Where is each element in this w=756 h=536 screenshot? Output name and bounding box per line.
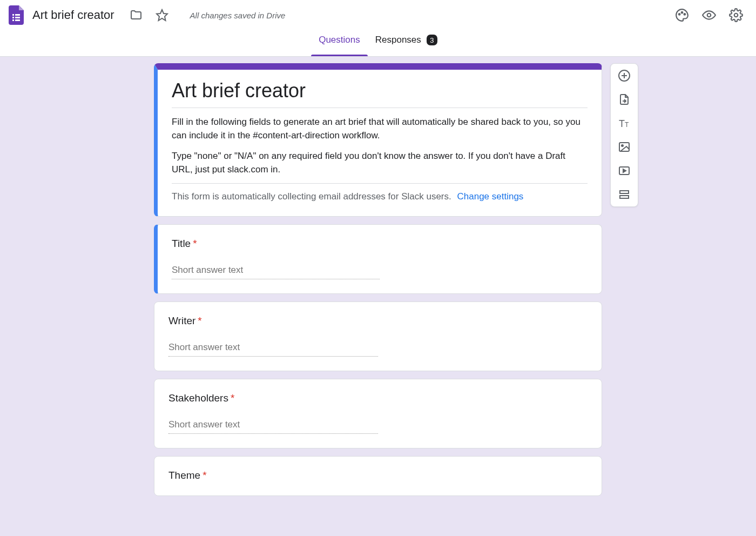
required-asterisk: * bbox=[231, 392, 234, 404]
question-label: Writer* bbox=[168, 315, 588, 327]
question-label-text: Stakeholders bbox=[168, 392, 228, 404]
required-asterisk: * bbox=[202, 470, 206, 481]
svg-point-8 bbox=[681, 12, 683, 14]
add-video-icon[interactable] bbox=[618, 164, 631, 177]
tab-questions[interactable]: Questions bbox=[311, 30, 368, 56]
svg-text:T: T bbox=[619, 118, 625, 129]
question-card-writer[interactable]: Writer* bbox=[154, 302, 602, 371]
save-status: All changes saved in Drive bbox=[190, 11, 286, 20]
question-label-text: Title bbox=[172, 238, 191, 249]
form-header-card[interactable]: Art brief creator Fill in the following … bbox=[154, 63, 602, 217]
change-settings-link[interactable]: Change settings bbox=[457, 191, 523, 202]
email-collect-notice: This form is automatically collecting em… bbox=[172, 191, 588, 202]
question-card-title[interactable]: Title* bbox=[154, 224, 602, 294]
svg-marker-6 bbox=[157, 10, 167, 21]
tab-responses-label: Responses bbox=[375, 35, 421, 45]
question-card-theme[interactable]: Theme* bbox=[154, 456, 602, 496]
form-desc-p2: Type "none" or "N/A" on any required fie… bbox=[172, 150, 588, 176]
form-title[interactable]: Art brief creator bbox=[172, 79, 588, 108]
svg-rect-3 bbox=[15, 17, 20, 18]
question-label-text: Theme bbox=[168, 470, 200, 481]
svg-rect-2 bbox=[12, 17, 14, 18]
canvas: Art brief creator Fill in the following … bbox=[0, 57, 756, 496]
settings-gear-icon[interactable] bbox=[725, 4, 747, 26]
question-card-stakeholders[interactable]: Stakeholders* bbox=[154, 379, 602, 448]
svg-marker-21 bbox=[623, 169, 626, 172]
add-title-icon[interactable]: TT bbox=[618, 117, 631, 130]
add-image-icon[interactable] bbox=[618, 140, 631, 153]
tab-questions-label: Questions bbox=[319, 35, 360, 45]
add-question-icon[interactable] bbox=[618, 69, 631, 82]
star-icon[interactable] bbox=[151, 4, 173, 26]
question-label: Theme* bbox=[168, 470, 588, 481]
svg-point-11 bbox=[734, 14, 738, 17]
svg-point-7 bbox=[679, 14, 680, 15]
import-questions-icon[interactable] bbox=[618, 93, 631, 106]
form-description[interactable]: Fill in the following fields to generate… bbox=[172, 116, 588, 184]
short-answer-input[interactable] bbox=[168, 419, 378, 434]
side-toolbar: TT bbox=[610, 63, 638, 207]
svg-point-10 bbox=[707, 14, 711, 17]
required-asterisk: * bbox=[198, 315, 201, 326]
palette-icon[interactable] bbox=[671, 4, 693, 26]
collect-notice-text: This form is automatically collecting em… bbox=[172, 191, 451, 202]
form-desc-p1: Fill in the following fields to generate… bbox=[172, 116, 588, 142]
svg-point-19 bbox=[622, 145, 623, 146]
svg-text:T: T bbox=[625, 121, 629, 129]
forms-logo-icon bbox=[9, 5, 24, 25]
question-label: Title* bbox=[172, 238, 588, 250]
svg-point-9 bbox=[684, 14, 686, 15]
tab-bar: Questions Responses 3 bbox=[0, 30, 756, 57]
preview-eye-icon[interactable] bbox=[698, 4, 720, 26]
add-section-icon[interactable] bbox=[618, 188, 631, 201]
svg-rect-23 bbox=[620, 196, 629, 198]
tab-responses[interactable]: Responses 3 bbox=[368, 30, 445, 56]
question-label-text: Writer bbox=[168, 315, 195, 326]
svg-rect-4 bbox=[12, 19, 14, 21]
move-folder-icon[interactable] bbox=[125, 4, 147, 26]
question-label: Stakeholders* bbox=[168, 392, 588, 404]
svg-rect-5 bbox=[15, 19, 20, 21]
short-answer-input[interactable] bbox=[168, 342, 378, 357]
svg-rect-1 bbox=[15, 14, 20, 16]
responses-count-badge: 3 bbox=[427, 35, 437, 45]
short-answer-input[interactable] bbox=[172, 265, 380, 279]
required-asterisk: * bbox=[193, 238, 197, 249]
spacer bbox=[172, 142, 588, 150]
doc-title[interactable]: Art brief creator bbox=[32, 8, 114, 22]
svg-rect-22 bbox=[620, 191, 629, 193]
form-column: Art brief creator Fill in the following … bbox=[154, 63, 602, 496]
svg-rect-0 bbox=[12, 14, 14, 16]
top-bar: Art brief creator All changes saved in D… bbox=[0, 0, 756, 30]
